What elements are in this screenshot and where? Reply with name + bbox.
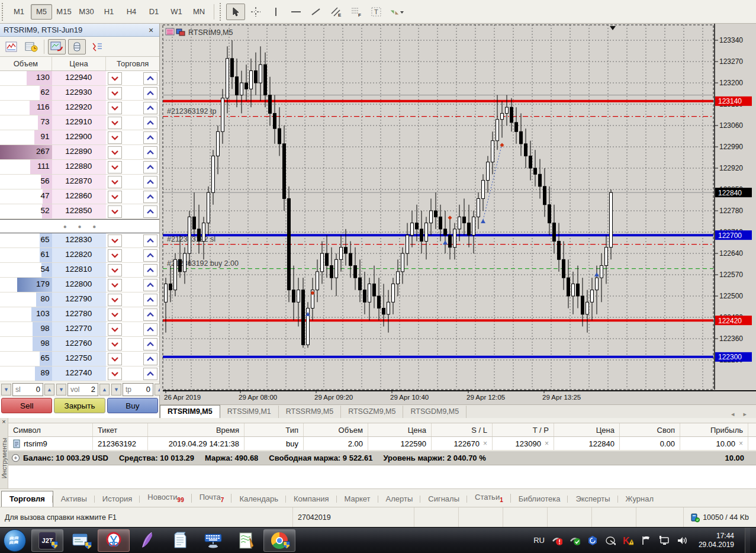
start-button[interactable] [4, 529, 26, 552]
sell-at-price-button[interactable] [108, 338, 122, 351]
action-center-flag-icon[interactable] [641, 535, 651, 546]
column-header-4[interactable]: Объем [304, 423, 368, 436]
buy-at-price-button[interactable] [143, 279, 157, 291]
sell-at-price-button[interactable] [108, 161, 122, 173]
terminal-tab-почта[interactable]: Почта7 [192, 490, 232, 507]
position-row[interactable]: rtsrim92123631922019.04.29 14:21:38buy2.… [8, 437, 756, 451]
terminal-tab-эксперты[interactable]: Эксперты [568, 491, 617, 507]
taskbar-app-akelpad-editor[interactable] [230, 529, 262, 552]
close-icon[interactable]: × [146, 25, 156, 35]
remove-level-icon[interactable]: × [545, 439, 549, 448]
sell-at-price-button[interactable] [108, 279, 122, 291]
buy-at-price-button[interactable] [143, 308, 157, 321]
sell-button[interactable]: Sell [1, 398, 52, 413]
vol-increase-button[interactable]: ▲ [99, 384, 110, 396]
sell-at-price-button[interactable] [108, 87, 122, 99]
sell-at-price-button[interactable] [108, 131, 122, 144]
sell-at-price-button[interactable] [108, 323, 122, 336]
buy-at-price-button[interactable] [143, 294, 157, 306]
cursor-icon[interactable] [226, 4, 245, 20]
trendline-icon[interactable] [307, 4, 326, 20]
column-header-0[interactable]: Символ [8, 423, 93, 436]
timeframe-m5-button[interactable]: M5 [31, 4, 52, 20]
remove-level-icon[interactable]: × [483, 439, 487, 448]
text-icon[interactable]: T [367, 4, 386, 20]
terminal-tab-календарь[interactable]: Календарь [231, 491, 286, 507]
alert-ok-icon[interactable] [570, 535, 580, 546]
timeframe-d1-button[interactable]: D1 [143, 4, 165, 20]
instruments-vertical-tab[interactable]: Инструменты [1, 431, 8, 486]
vol-decrease-button[interactable]: ▼ [56, 384, 66, 396]
taskbar-app-remote-window[interactable] [65, 529, 96, 552]
volume-icon[interactable] [676, 535, 687, 546]
timeframe-m1-button[interactable]: M1 [8, 4, 30, 20]
terminal-tab-сигналы[interactable]: Сигналы [420, 491, 467, 507]
buy-at-price-button[interactable] [143, 234, 157, 247]
buy-at-price-button[interactable] [143, 191, 157, 203]
column-header-5[interactable]: Цена [368, 423, 432, 436]
expand-icon[interactable]: + [12, 454, 20, 462]
satellite-icon[interactable] [605, 535, 616, 546]
column-header-9[interactable]: Своп [620, 423, 680, 436]
show-desktop-button[interactable] [745, 528, 750, 553]
tp-decrease-button[interactable]: ▼ [111, 384, 121, 396]
sell-at-price-button[interactable] [108, 264, 122, 276]
buy-at-price-button[interactable] [143, 249, 157, 262]
close-position-button[interactable]: Закрыть [54, 398, 105, 413]
orders-history-icon[interactable] [22, 39, 40, 54]
toolbar-grip-2[interactable] [220, 3, 224, 21]
timeframe-m30-button[interactable]: M30 [76, 4, 97, 20]
buy-at-price-button[interactable] [143, 205, 157, 218]
equidistant-channel-icon[interactable]: E [327, 4, 346, 20]
sell-at-price-button[interactable] [108, 205, 122, 218]
buy-at-price-button[interactable] [143, 338, 157, 351]
taskbar-app-notepad[interactable] [164, 529, 196, 552]
horizontal-line-icon[interactable] [287, 4, 305, 20]
terminal-tab-новости[interactable]: Новости99 [140, 490, 191, 507]
buy-at-price-button[interactable] [143, 264, 157, 276]
sell-at-price-button[interactable] [108, 234, 122, 247]
chart-tabs-scroll-arrows[interactable]: ◂ ▸ [731, 410, 756, 418]
arrows-dropdown-icon[interactable] [387, 4, 406, 20]
sell-at-price-button[interactable] [108, 368, 122, 380]
alert-error-icon[interactable]: ! [552, 535, 562, 546]
tick-chart-icon[interactable] [2, 39, 20, 54]
column-header-8[interactable]: Цена [554, 423, 620, 436]
column-header-2[interactable]: Время [148, 423, 245, 436]
buy-at-price-button[interactable] [143, 131, 157, 144]
buy-at-price-button[interactable] [143, 102, 157, 114]
dom-header-trade[interactable]: Торговля [106, 57, 159, 70]
terminal-tab-активы[interactable]: Активы [53, 491, 95, 507]
buy-at-price-button[interactable] [143, 72, 157, 85]
column-header-3[interactable]: Тип [245, 423, 304, 436]
column-header-1[interactable]: Тикет [93, 423, 148, 436]
column-header-7[interactable]: T / P [493, 423, 554, 436]
tp-field[interactable]: tp0 [123, 383, 153, 396]
taskbar-app-chrome[interactable] [263, 529, 295, 552]
toolbar-grip[interactable] [2, 3, 6, 21]
depth-of-market-icon[interactable] [68, 39, 86, 54]
vol-field[interactable]: vol2 [67, 383, 98, 396]
chart-tab-rtsgzm9m5[interactable]: RTSGZM9,M5 [341, 406, 403, 418]
chart-window-icon[interactable] [48, 39, 66, 54]
sl-field[interactable]: sl0 [12, 383, 43, 396]
sl-decrease-button[interactable]: ▼ [1, 384, 11, 396]
sell-at-price-button[interactable] [108, 308, 122, 321]
time-and-sales-icon[interactable] [88, 39, 106, 54]
buy-at-price-button[interactable] [143, 368, 157, 380]
buy-at-price-button[interactable] [143, 117, 157, 129]
buy-at-price-button[interactable] [143, 176, 157, 188]
terminal-tab-журнал[interactable]: Журнал [618, 491, 661, 507]
buy-at-price-button[interactable] [143, 323, 157, 336]
buy-at-price-button[interactable] [143, 146, 157, 159]
vertical-line-icon[interactable] [266, 4, 285, 20]
timeframe-m15-button[interactable]: M15 [53, 4, 75, 20]
sell-at-price-button[interactable] [108, 176, 122, 188]
sell-at-price-button[interactable] [108, 117, 122, 129]
taskbar-app-on-screen-keyboard[interactable] [197, 529, 229, 552]
blue-hex-icon[interactable] [587, 535, 598, 546]
sell-at-price-button[interactable] [108, 102, 122, 114]
chart-tab-rtssim9m1[interactable]: RTSSiM9,M1 [220, 406, 279, 418]
buy-button[interactable]: Buy [107, 398, 158, 413]
terminal-tab-библиотека[interactable]: Библиотека [511, 491, 568, 507]
